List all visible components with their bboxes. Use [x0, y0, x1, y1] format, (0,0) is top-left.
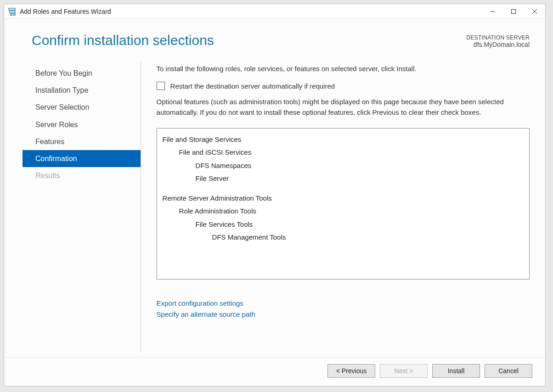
- export-configuration-link[interactable]: Export configuration settings: [157, 298, 530, 309]
- links-area: Export configuration settings Specify an…: [157, 280, 530, 320]
- window-title: Add Roles and Features Wizard: [20, 8, 482, 15]
- tree-item: File Services Tools: [163, 218, 524, 231]
- selections-tree[interactable]: File and Storage Services File and iSCSI…: [157, 128, 530, 280]
- main-panel: To install the following roles, role ser…: [141, 62, 530, 353]
- tree-item: DFS Management Tools: [163, 231, 524, 244]
- svg-rect-2: [11, 14, 15, 15]
- destination-server-label: DESTINATION SERVER: [466, 34, 530, 41]
- cancel-button[interactable]: Cancel: [485, 364, 532, 378]
- svg-rect-4: [512, 9, 516, 13]
- app-icon: [8, 7, 16, 16]
- header-row: Confirm installation selections DESTINAT…: [4, 19, 545, 53]
- tree-item: Remote Server Administration Tools: [163, 192, 524, 205]
- sidebar-item-server-roles[interactable]: Server Roles: [23, 116, 141, 133]
- close-button[interactable]: [524, 4, 545, 18]
- wizard-window: Add Roles and Features Wizard Confirm in…: [4, 4, 546, 386]
- restart-row: Restart the destination server automatic…: [157, 82, 530, 90]
- destination-server-box: DESTINATION SERVER dfs.MyDomain.local: [466, 33, 530, 48]
- restart-label: Restart the destination server automatic…: [170, 82, 335, 90]
- install-button[interactable]: Install: [432, 364, 480, 378]
- window-controls: [482, 4, 545, 18]
- next-button: Next >: [380, 364, 428, 378]
- sidebar-item-confirmation[interactable]: Confirmation: [23, 150, 141, 167]
- tree-item: DFS Namespaces: [163, 159, 524, 173]
- sidebar-item-results: Results: [23, 167, 141, 184]
- wizard-sidebar: Before You Begin Installation Type Serve…: [23, 62, 141, 353]
- optional-features-note: Optional features (such as administratio…: [157, 96, 530, 118]
- tree-item: File and iSCSI Services: [163, 146, 524, 159]
- tree-item: Role Administration Tools: [163, 205, 524, 218]
- minimize-button[interactable]: [482, 4, 503, 18]
- footer-buttons: < Previous Next > Install Cancel: [4, 357, 545, 386]
- sidebar-item-server-selection[interactable]: Server Selection: [23, 99, 141, 116]
- sidebar-item-features[interactable]: Features: [23, 133, 141, 150]
- restart-checkbox[interactable]: [157, 82, 165, 90]
- body-area: Before You Begin Installation Type Serve…: [4, 53, 545, 353]
- destination-server-name: dfs.MyDomain.local: [466, 41, 530, 48]
- tree-item: File and Storage Services: [163, 133, 524, 146]
- svg-rect-1: [10, 11, 15, 13]
- alternate-source-path-link[interactable]: Specify an alternate source path: [157, 309, 530, 320]
- sidebar-item-installation-type[interactable]: Installation Type: [23, 82, 141, 99]
- svg-rect-0: [9, 8, 15, 10]
- title-bar: Add Roles and Features Wizard: [4, 4, 545, 19]
- previous-button[interactable]: < Previous: [327, 364, 375, 378]
- intro-text: To install the following roles, role ser…: [157, 65, 530, 73]
- sidebar-item-before-you-begin[interactable]: Before You Begin: [23, 65, 141, 82]
- maximize-button[interactable]: [503, 4, 524, 18]
- tree-item: File Server: [163, 172, 524, 185]
- page-title: Confirm installation selections: [32, 33, 466, 48]
